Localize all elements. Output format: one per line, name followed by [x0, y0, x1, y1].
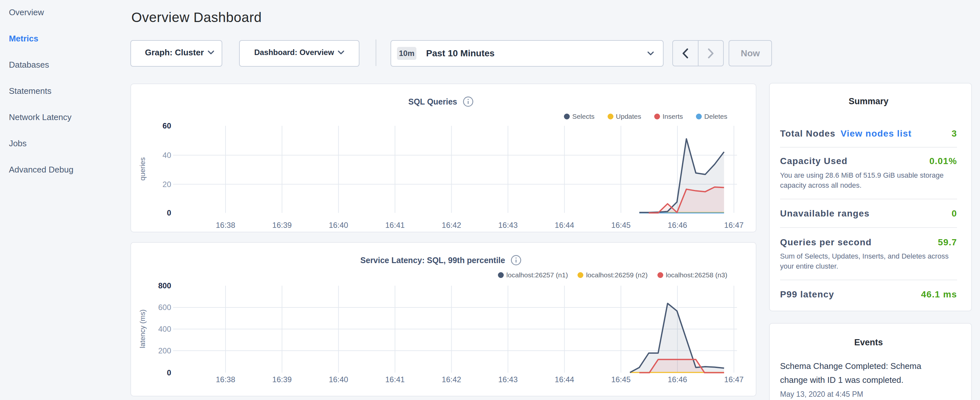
svg-text:16:41: 16:41	[385, 221, 405, 229]
svg-text:20: 20	[162, 180, 171, 189]
svg-text:16:38: 16:38	[216, 375, 235, 384]
svg-text:16:45: 16:45	[611, 221, 631, 229]
svg-text:16:42: 16:42	[442, 221, 461, 229]
svg-text:600: 600	[158, 303, 171, 312]
svg-text:16:45: 16:45	[611, 375, 631, 384]
svg-text:16:46: 16:46	[668, 375, 687, 384]
svg-text:0: 0	[167, 368, 171, 377]
svg-text:16:38: 16:38	[216, 221, 235, 229]
svg-text:16:44: 16:44	[555, 221, 574, 229]
svg-text:latency (ms): latency (ms)	[138, 309, 146, 348]
svg-text:queries: queries	[138, 157, 146, 180]
svg-text:400: 400	[158, 325, 171, 333]
svg-text:16:40: 16:40	[329, 221, 348, 229]
svg-text:0: 0	[167, 209, 171, 217]
svg-text:200: 200	[158, 346, 171, 355]
svg-text:60: 60	[162, 121, 171, 130]
svg-text:800: 800	[158, 281, 171, 290]
svg-text:16:39: 16:39	[272, 221, 292, 229]
svg-text:16:47: 16:47	[724, 221, 743, 229]
svg-text:16:40: 16:40	[329, 375, 348, 384]
svg-text:16:43: 16:43	[498, 221, 518, 229]
svg-text:16:39: 16:39	[272, 375, 292, 384]
svg-text:16:44: 16:44	[555, 375, 574, 384]
svg-text:40: 40	[162, 151, 171, 159]
svg-text:16:41: 16:41	[385, 375, 405, 384]
svg-text:16:43: 16:43	[498, 375, 518, 384]
svg-text:16:42: 16:42	[442, 375, 461, 384]
svg-text:16:46: 16:46	[668, 221, 687, 229]
svg-text:16:47: 16:47	[724, 375, 743, 384]
